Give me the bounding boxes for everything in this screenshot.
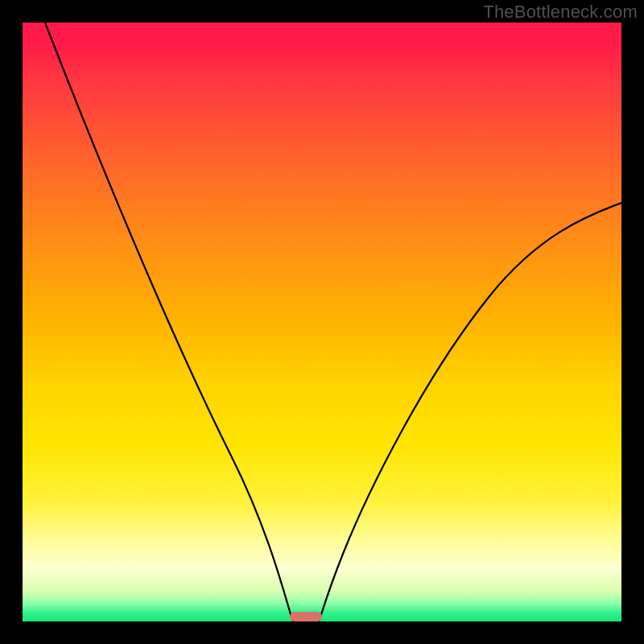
curve-layer — [23, 23, 621, 621]
chart-frame: TheBottleneck.com — [0, 0, 644, 644]
bottleneck-marker — [290, 612, 322, 621]
curve-right-branch — [319, 203, 621, 621]
plot-area — [23, 23, 621, 621]
watermark-text: TheBottleneck.com — [483, 2, 638, 23]
curve-left-branch — [45, 23, 294, 621]
